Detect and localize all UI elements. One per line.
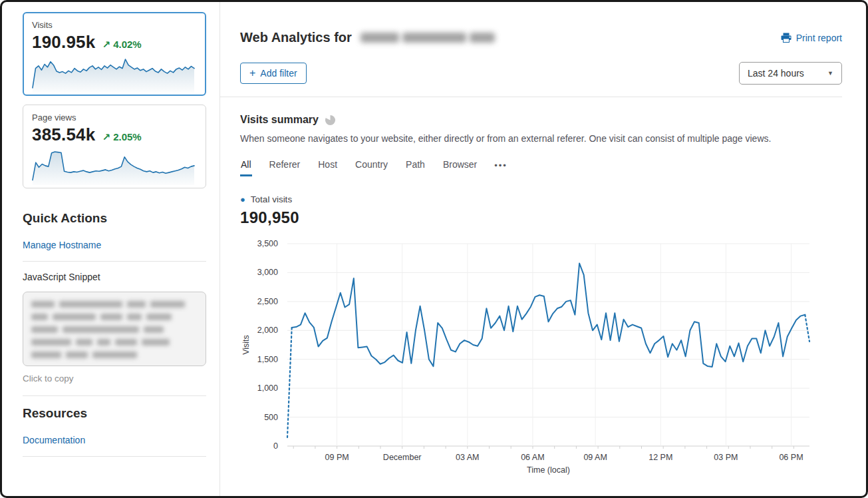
trend-up-icon: ↗ — [102, 131, 110, 142]
total-visits-value: 190,950 — [240, 208, 842, 227]
tab-referer[interactable]: Referer — [269, 159, 301, 176]
visits-stat-card[interactable]: Visits 190.95k ↗ 4.02% — [23, 12, 206, 96]
visits-sparkline — [32, 55, 197, 94]
web-analytics-page: Visits 190.95k ↗ 4.02% Page views 385.54… — [0, 0, 868, 498]
svg-text:December: December — [383, 453, 422, 462]
svg-text:12 PM: 12 PM — [649, 453, 672, 462]
tab-host[interactable]: Host — [317, 159, 338, 176]
svg-text:09 PM: 09 PM — [325, 453, 349, 462]
javascript-snippet-label: JavaScript Snippet — [23, 272, 206, 282]
svg-text:1,500: 1,500 — [257, 355, 278, 364]
visits-card-value: 190.95k — [32, 32, 95, 53]
documentation-link[interactable]: Documentation — [23, 435, 85, 445]
pie-chart-help-icon — [325, 115, 336, 126]
sidebar: Visits 190.95k ↗ 4.02% Page views 385.54… — [2, 2, 219, 496]
tab-path[interactable]: Path — [405, 159, 426, 176]
svg-text:500: 500 — [264, 413, 278, 422]
printer-icon — [781, 33, 792, 43]
page-views-sparkline — [32, 148, 197, 186]
main-panel: Web Analytics for Print report — [219, 2, 866, 496]
divider — [23, 395, 206, 396]
click-to-copy-hint: Click to copy — [23, 374, 206, 383]
manage-hostname-link[interactable]: Manage Hostname — [23, 240, 101, 250]
trend-up-icon: ↗ — [102, 39, 110, 50]
svg-text:Visits: Visits — [241, 335, 251, 355]
svg-text:09 AM: 09 AM — [583, 453, 607, 462]
divider — [23, 261, 206, 262]
page-views-card-value: 385.54k — [32, 124, 95, 145]
visits-card-label: Visits — [32, 20, 197, 30]
visits-line-chart[interactable]: 05001,0001,5002,0002,5003,0003,50009 PMD… — [240, 235, 815, 476]
page-views-card-delta: ↗ 2.05% — [102, 131, 141, 143]
dimension-tabs: All Referer Host Country Path Browser ••… — [240, 159, 842, 176]
svg-text:03 PM: 03 PM — [714, 453, 738, 462]
svg-text:3,500: 3,500 — [257, 239, 278, 248]
svg-text:0: 0 — [273, 441, 278, 451]
svg-text:Time (local): Time (local) — [527, 465, 570, 475]
more-tabs-button[interactable]: ••• — [494, 160, 507, 175]
visits-summary-heading: Visits summary — [240, 114, 319, 126]
svg-text:1,000: 1,000 — [257, 383, 278, 393]
svg-text:3,000: 3,000 — [257, 268, 278, 277]
chart-legend: ● Total visits — [240, 194, 842, 204]
svg-text:2,000: 2,000 — [257, 326, 278, 335]
javascript-snippet-box[interactable] — [23, 292, 206, 366]
divider — [220, 97, 842, 97]
print-report-button[interactable]: Print report — [781, 33, 842, 43]
svg-text:06 AM: 06 AM — [521, 453, 544, 462]
divider — [23, 456, 206, 457]
svg-text:03 AM: 03 AM — [456, 453, 479, 462]
tab-browser[interactable]: Browser — [442, 159, 478, 176]
redacted-domain — [361, 33, 495, 43]
quick-actions-heading: Quick Actions — [23, 211, 206, 226]
page-title: Web Analytics for — [240, 30, 495, 45]
visits-card-delta: ↗ 4.02% — [102, 39, 141, 51]
caret-down-icon: ▼ — [827, 70, 833, 77]
time-range-value: Last 24 hours — [748, 68, 804, 79]
svg-text:2,500: 2,500 — [257, 297, 278, 306]
legend-label: Total visits — [251, 194, 292, 204]
time-range-dropdown[interactable]: Last 24 hours ▼ — [739, 62, 842, 85]
plus-icon: + — [249, 68, 255, 79]
legend-dot-icon: ● — [240, 194, 245, 204]
tab-all[interactable]: All — [240, 159, 252, 176]
svg-text:06 PM: 06 PM — [779, 453, 803, 462]
page-views-card-label: Page views — [32, 113, 197, 123]
resources-heading: Resources — [23, 406, 206, 421]
visits-summary-description: When someone navigates to your website, … — [240, 133, 842, 144]
add-filter-button[interactable]: + Add filter — [240, 63, 307, 84]
tab-country[interactable]: Country — [355, 159, 388, 176]
page-views-stat-card[interactable]: Page views 385.54k ↗ 2.05% — [23, 105, 206, 188]
